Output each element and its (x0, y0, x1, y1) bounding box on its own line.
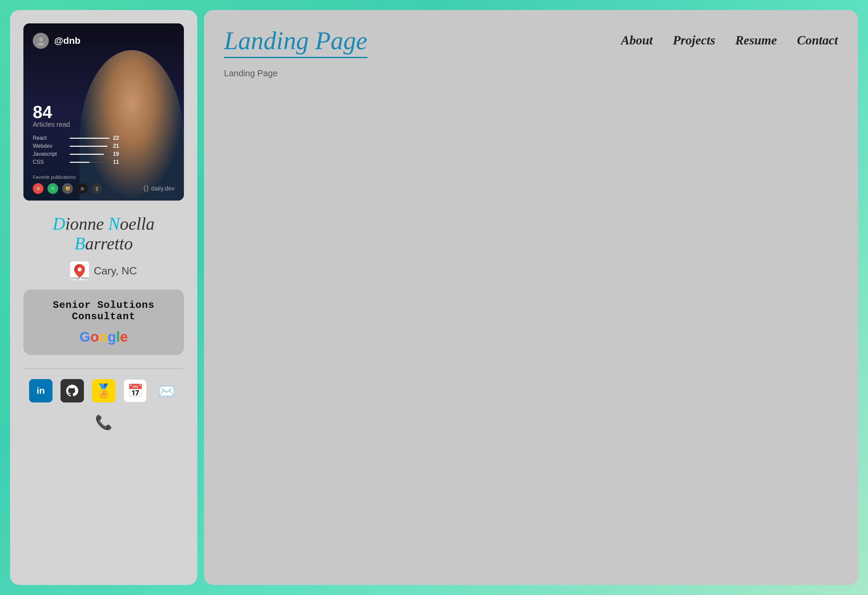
card-username: @dnb (33, 33, 81, 49)
pub-icon-4: ◎ (77, 183, 88, 194)
pub-icon-5: {} (92, 183, 102, 194)
pub-icon-1: ⚙ (33, 183, 43, 194)
stat-react: React 22 (33, 135, 119, 141)
location-row: Google Maps Cary, NC (70, 261, 137, 280)
google-logo: Google (34, 329, 174, 345)
nav-resume[interactable]: Resume (735, 33, 777, 47)
nav-links: About Projects Resume Contact (621, 27, 838, 47)
job-card: Senior Solutions Consultant Google (24, 289, 184, 355)
divider (24, 368, 184, 369)
header: Landing Page About Projects Resume Conta… (224, 27, 838, 58)
linkedin-icon[interactable]: in (29, 379, 53, 403)
calendar-icon[interactable]: 📅 (123, 379, 147, 403)
card-bottom: Favorite publications ⚙ G 🐱 ◎ {} ⟨⟩ dail… (33, 174, 174, 194)
stat-javascript: Javascript 19 (33, 151, 119, 157)
breadcrumb: Landing Page (224, 68, 838, 78)
svg-point-2 (78, 267, 81, 272)
email-icon[interactable]: ✉️ (155, 379, 178, 403)
site-title: Landing Page (224, 27, 368, 58)
daily-dev-card: @dnb 84 Articles read React 22 Webdev 21 (24, 24, 184, 201)
google-maps-icon: Google Maps (70, 261, 89, 280)
name-section: Dionne Noella Barretto (53, 214, 155, 253)
pub-icon-2: G (47, 183, 58, 194)
svg-point-1 (37, 43, 44, 46)
stat-css: CSS 11 (33, 159, 119, 165)
certificate-icon[interactable]: 🏅 (92, 379, 115, 403)
nav-projects[interactable]: Projects (673, 33, 715, 47)
svg-point-0 (39, 37, 43, 41)
avatar (33, 33, 49, 49)
card-stats: 84 Articles read React 22 Webdev 21 Java… (33, 103, 119, 167)
name-line2: Barretto (53, 234, 155, 253)
daily-dev-badge: ⟨⟩ daily.dev (143, 184, 174, 193)
left-panel: @dnb 84 Articles read React 22 Webdev 21 (10, 10, 197, 585)
stat-webdev: Webdev 21 (33, 143, 119, 149)
github-icon[interactable] (61, 379, 84, 403)
pub-icon-3: 🐱 (62, 183, 73, 194)
nav-contact[interactable]: Contact (797, 33, 838, 47)
pub-icons-row: ⚙ G 🐱 ◎ {} ⟨⟩ daily.dev (33, 183, 174, 194)
social-icons: in 🏅 📅 ✉️ 📞 (24, 379, 184, 434)
name-line1: Dionne Noella (53, 214, 155, 234)
site-title-block: Landing Page (224, 27, 368, 58)
nav-about[interactable]: About (621, 33, 652, 47)
right-panel: Landing Page About Projects Resume Conta… (204, 10, 858, 585)
phone-icon[interactable]: 📞 (92, 410, 115, 434)
